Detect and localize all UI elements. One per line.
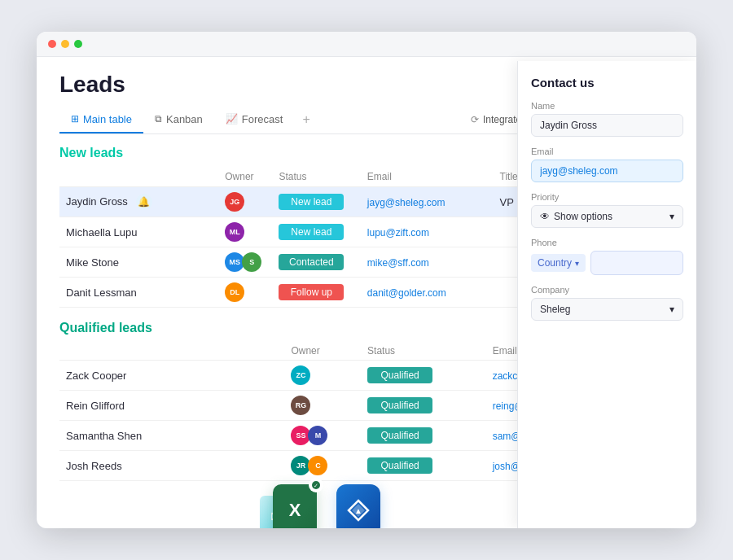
panel-title: Contact us (531, 76, 683, 90)
tab-forecast-label: Forecast (242, 113, 283, 125)
avatar: RG (291, 396, 310, 415)
avatar-2: S (242, 252, 261, 272)
lead-status: Follow up (272, 278, 360, 308)
lead-owner: MS S (218, 247, 272, 278)
lead-email: jayg@sheleg.com (361, 187, 494, 217)
lead-name: Samantha Shen (59, 421, 284, 451)
show-options-label: Show options (554, 211, 612, 222)
contact-panel: Contact us Name Email Priority 👁 Show op… (517, 61, 696, 528)
avatar: ZC (291, 365, 310, 385)
lead-status: Qualified (361, 361, 486, 391)
lead-owner: SS M (284, 421, 361, 451)
notification-icon: 🔔 (136, 194, 152, 210)
country-label: Country (538, 257, 572, 269)
lead-owner: JR C (284, 451, 361, 481)
email-label: Email (531, 147, 683, 156)
email-field: Email (531, 147, 683, 182)
lead-name: Josh Reeds (59, 451, 284, 481)
lead-name: Zack Cooper (59, 361, 284, 391)
col-name-header (59, 342, 284, 361)
col-status-header: Status (361, 342, 486, 361)
titlebar (37, 32, 696, 57)
lead-name: Danit Lessman (59, 278, 218, 308)
lead-name: Mike Stone (59, 247, 218, 278)
name-field: Name (531, 101, 683, 137)
page-title: Leads (59, 72, 125, 98)
lead-name: Michaella Lupu (59, 217, 218, 247)
chevron-down-icon: ▾ (669, 211, 674, 222)
company-select[interactable]: Sheleg ▾ (531, 298, 683, 321)
avatar: ML (225, 222, 244, 242)
svg-text:▲: ▲ (354, 506, 362, 515)
name-input[interactable] (531, 114, 683, 137)
col-status-header: Status (272, 167, 360, 187)
bottom-icons: ✉ X ✓ (273, 484, 380, 524)
svg-text:✓: ✓ (314, 483, 318, 488)
phone-input[interactable] (590, 251, 683, 275)
lead-name: Rein Glifford (59, 391, 284, 421)
integrate-label: Integrate (483, 114, 521, 125)
tab-main-table-label: Main table (83, 113, 132, 125)
lead-email: danit@golder.com (361, 278, 494, 308)
country-chevron-icon: ▾ (575, 259, 579, 268)
col-name-header (59, 167, 218, 187)
lead-owner: JG (218, 187, 272, 217)
eye-icon: 👁 (540, 211, 550, 222)
excel-icon: X ✓ (273, 484, 317, 524)
main-window: Leads ··· ⊞ Main table ⧉ Kanban 📈 Foreca… (37, 32, 696, 528)
excel-icon-container: ✉ X ✓ (273, 484, 317, 524)
email-input[interactable] (531, 160, 683, 182)
col-email-header: Email (361, 167, 494, 187)
lead-email: lupu@zift.com (361, 217, 494, 247)
lead-owner: ML (218, 217, 272, 247)
integrate-icon: ⟳ (471, 114, 479, 125)
col-owner-header: Owner (284, 342, 361, 361)
svg-text:X: X (289, 500, 301, 520)
lead-status: Qualified (361, 421, 486, 451)
minimize-dot[interactable] (61, 40, 69, 48)
tab-kanban[interactable]: ⧉ Kanban (143, 107, 214, 133)
avatar: JG (225, 192, 244, 212)
lead-owner: RG (284, 391, 361, 421)
company-value: Sheleg (540, 304, 570, 315)
country-selector[interactable]: Country ▾ (531, 254, 586, 272)
close-dot[interactable] (48, 40, 56, 48)
priority-field: Priority 👁 Show options ▾ (531, 192, 683, 228)
avatar: DL (225, 282, 244, 302)
lead-status: New lead (272, 217, 360, 247)
lead-email: mike@sff.com (361, 247, 494, 278)
priority-select[interactable]: 👁 Show options ▾ (531, 205, 683, 228)
tab-forecast[interactable]: 📈 Forecast (214, 107, 295, 133)
tab-kanban-label: Kanban (166, 113, 203, 125)
lead-owner: DL (218, 278, 272, 308)
priority-label: Priority (531, 192, 683, 202)
phone-label: Phone (531, 238, 683, 247)
tab-main-table[interactable]: ⊞ Main table (59, 107, 143, 133)
forecast-icon: 📈 (226, 113, 238, 125)
col-owner-header: Owner (218, 167, 272, 187)
maximize-dot[interactable] (74, 40, 82, 48)
lead-status: Qualified (361, 451, 486, 481)
name-label: Name (531, 101, 683, 111)
lead-status: Qualified (361, 391, 486, 421)
kanban-icon: ⧉ (155, 113, 162, 125)
excel-badge: ✓ (309, 478, 323, 492)
lead-status: New lead (272, 187, 360, 217)
diamond-icon: ▲ (336, 484, 380, 524)
avatar-2: C (308, 456, 327, 475)
lead-name: Jaydin Gross 🔔 (59, 187, 218, 217)
add-tab-button[interactable]: + (294, 106, 318, 133)
lead-status: Contacted (272, 247, 360, 278)
avatar-2: M (308, 426, 327, 445)
company-label: Company (531, 285, 683, 295)
main-table-icon: ⊞ (71, 113, 79, 125)
company-field: Company Sheleg ▾ (531, 285, 683, 321)
lead-owner: ZC (284, 361, 361, 391)
company-chevron-icon: ▾ (669, 304, 674, 315)
phone-field: Phone Country ▾ (531, 238, 683, 275)
integrate-button[interactable]: ⟳ Integrate (471, 114, 521, 125)
